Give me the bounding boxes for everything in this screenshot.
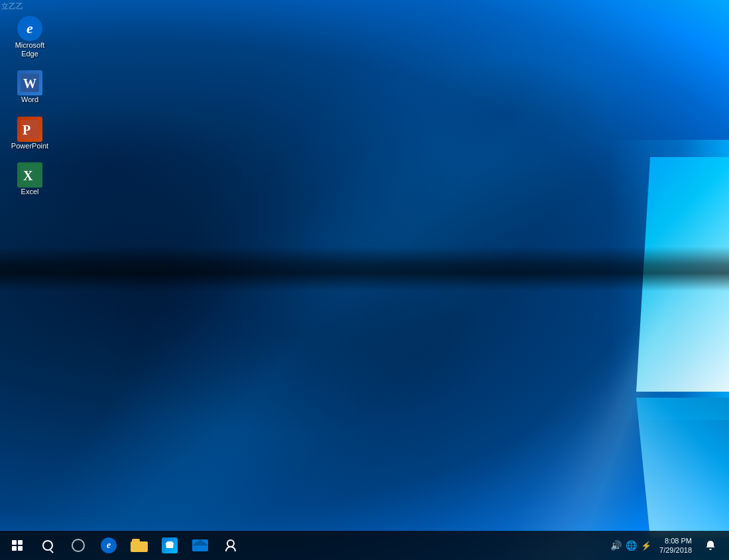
edge-icon-label: Microsoft Edge: [7, 41, 52, 58]
taskbar: e: [0, 531, 729, 560]
desktop-icon-word[interactable]: W Word: [3, 68, 56, 107]
edge-icon: e: [17, 16, 42, 41]
mail-flap: [192, 539, 208, 545]
taskbar-pin-mail[interactable]: [186, 531, 215, 560]
start-icon: [12, 540, 23, 551]
app5-icon: [223, 538, 238, 553]
start-button[interactable]: [3, 531, 32, 560]
start-sq-2: [18, 540, 23, 545]
start-sq-1: [12, 540, 17, 545]
folder-taskbar-icon: [131, 539, 148, 552]
word-icon-label: Word: [21, 95, 38, 104]
word-icon: W: [17, 70, 42, 95]
store-taskbar-icon: [162, 537, 178, 553]
task-view-button[interactable]: [64, 531, 93, 560]
desktop-icons-container: e Microsoft Edge W Word P PowerPoint: [0, 7, 60, 205]
excel-icon: X: [17, 162, 42, 188]
taskbar-pin-app5[interactable]: [216, 531, 245, 560]
clock[interactable]: 8:08 PM 7/29/2018: [654, 536, 697, 555]
taskbar-pin-folder[interactable]: [125, 531, 154, 560]
desktop: 立乙乙 e Microsoft Edge W Word P: [0, 0, 729, 560]
search-button[interactable]: [33, 531, 62, 560]
tray-icons: 🔊 🌐 ⚡: [610, 540, 651, 551]
svg-point-6: [227, 540, 234, 547]
desktop-icon-powerpoint[interactable]: P PowerPoint: [3, 114, 56, 153]
folder-body: [131, 541, 148, 552]
svg-text:W: W: [23, 76, 36, 91]
volume-icon[interactable]: 🔊: [610, 540, 622, 551]
system-tray: 🔊 🌐 ⚡ 8:08 PM 7/29/2018: [610, 531, 726, 560]
start-sq-4: [18, 546, 23, 551]
taskbar-pin-edge[interactable]: e: [94, 531, 123, 560]
search-icon: [42, 540, 53, 551]
mail-taskbar-icon: [192, 539, 208, 551]
start-sq-3: [12, 546, 17, 551]
powerpoint-icon: P: [17, 117, 42, 142]
svg-text:P: P: [23, 123, 30, 137]
edge-taskbar-icon: e: [101, 537, 117, 553]
taskbar-pin-store[interactable]: [155, 531, 184, 560]
clock-time: 8:08 PM: [665, 536, 692, 545]
battery-icon: ⚡: [641, 541, 651, 551]
desktop-icon-edge[interactable]: e Microsoft Edge: [3, 13, 56, 61]
network-icon[interactable]: 🌐: [626, 540, 637, 551]
desktop-icon-excel[interactable]: X Excel: [3, 160, 56, 199]
cortana-icon: [72, 539, 85, 552]
notification-icon: [705, 540, 716, 551]
powerpoint-icon-label: PowerPoint: [11, 142, 48, 150]
texture-overlay: [0, 0, 729, 560]
notification-button[interactable]: [700, 531, 721, 560]
excel-icon-label: Excel: [21, 188, 39, 196]
svg-text:X: X: [23, 168, 33, 183]
clock-date: 7/29/2018: [659, 545, 692, 555]
